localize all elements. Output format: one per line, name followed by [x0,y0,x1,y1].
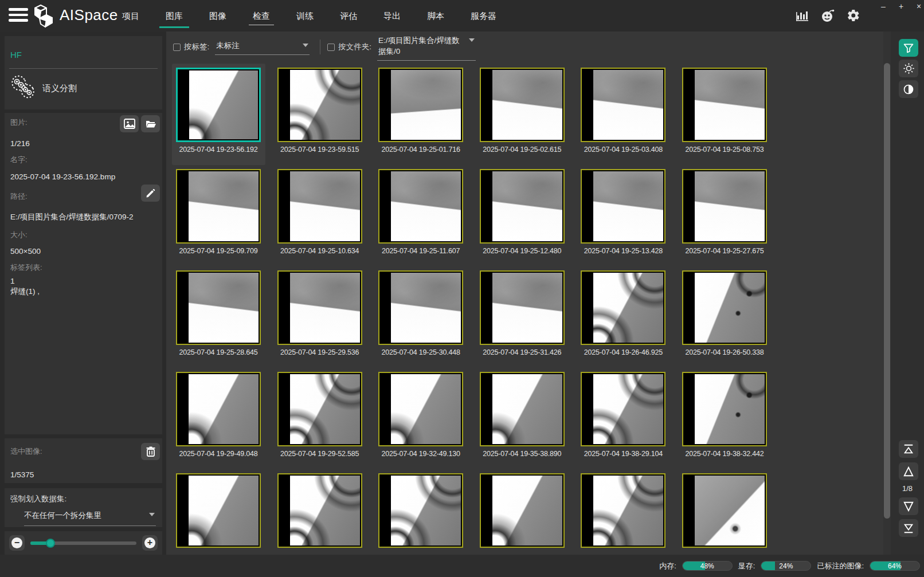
by-folder-checkbox[interactable] [327,44,335,51]
thumbnail-image[interactable] [581,473,665,548]
label-filter-dropdown[interactable]: 未标注 [215,39,310,55]
thumbnail-image[interactable] [480,270,565,345]
nav-tab[interactable]: 图像 [196,0,240,32]
thumbnail-image[interactable] [682,372,767,446]
last-page-button[interactable] [899,519,918,537]
hamburger-menu-icon[interactable] [9,8,28,23]
gallery-item[interactable]: 2025-07-04 19-29-52.585 [273,368,367,469]
thumbnail-image[interactable] [682,169,767,244]
thumbnail-image[interactable] [277,270,362,345]
nav-tab[interactable]: 项目 [109,0,152,32]
thumbnail-image[interactable] [277,169,362,244]
minimize-button[interactable]: – [879,1,888,11]
gallery-item[interactable]: 2025-07-04 19-23-59.515 [273,64,367,165]
maximize-button[interactable]: + [896,1,906,11]
previous-page-button[interactable] [899,462,918,480]
gallery-item[interactable] [172,469,265,555]
close-button[interactable]: × [914,1,923,11]
gallery-item[interactable]: 2025-07-04 19-25-10.634 [273,165,367,266]
thumbnail-image[interactable] [277,473,362,548]
nav-tab[interactable]: 训练 [283,0,327,32]
thumbnail-image[interactable] [581,270,665,345]
thumbnail-image[interactable] [176,372,261,446]
gallery-item[interactable]: 2025-07-04 19-25-08.753 [678,64,772,165]
gallery-item[interactable]: 2025-07-04 19-25-12.480 [476,165,569,266]
gallery-item[interactable]: 2025-07-04 19-26-46.925 [577,266,670,368]
thumbnail-image[interactable] [480,473,565,548]
nav-tab[interactable]: 检查 [240,0,283,32]
nav-tab[interactable]: 服务器 [457,0,510,32]
gallery-item[interactable]: 2025-07-04 19-25-27.675 [678,165,772,266]
image-tool-button[interactable] [120,115,139,132]
stats-chart-icon[interactable] [794,8,809,23]
vertical-scrollbar[interactable] [883,32,891,555]
gallery-item[interactable]: 2025-07-04 19-29-49.048 [172,368,265,469]
thumbnail-image[interactable] [480,169,565,244]
delete-selected-button[interactable] [141,443,160,460]
gallery-item[interactable]: 2025-07-04 19-35-38.890 [476,368,569,469]
thumbnail-image[interactable] [176,68,261,142]
nav-tab[interactable]: 导出 [370,0,414,32]
first-page-button[interactable] [899,440,918,458]
robot-icon[interactable] [820,8,835,23]
gallery-item[interactable]: 2025-07-04 19-25-11.607 [374,165,468,266]
thumbnail-image[interactable] [378,372,463,446]
gallery-item[interactable] [374,469,468,555]
thumbnail-image[interactable] [378,68,463,142]
gallery-item[interactable]: 2025-07-04 19-25-31.426 [476,266,569,368]
next-page-button[interactable] [899,497,918,515]
dataset-split-dropdown[interactable]: 不在任何一个拆分集里 [24,510,156,526]
gallery-item[interactable]: 2025-07-04 19-25-09.709 [172,165,265,266]
zoom-in-button[interactable]: + [142,535,158,551]
thumbnail-image[interactable] [682,473,767,548]
zoom-out-button[interactable]: − [9,535,25,551]
gallery-item[interactable] [273,469,367,555]
nav-tab[interactable]: 图库 [152,0,196,32]
gallery-item[interactable]: 2025-07-04 19-25-01.716 [374,64,468,165]
gallery-item[interactable]: 2025-07-04 19-25-28.645 [172,266,265,368]
mode-row[interactable]: 语义分割 [10,75,77,101]
thumbnail-image[interactable] [277,68,362,142]
gallery-item[interactable]: 2025-07-04 19-25-13.428 [577,165,670,266]
thumbnail-image[interactable] [277,372,362,446]
scrollbar-thumb[interactable] [884,63,890,519]
gallery-item[interactable] [678,469,772,555]
edit-path-button[interactable] [141,185,160,202]
thumbnail-image[interactable] [480,372,565,446]
thumbnail-size-slider[interactable] [30,541,136,545]
folder-filter-dropdown[interactable]: E:/项目图片集合/焊缝数据集/0 [377,34,476,61]
gallery-item[interactable]: 2025-07-04 19-25-03.408 [577,64,670,165]
gallery-item[interactable]: 2025-07-04 19-25-02.615 [476,64,569,165]
nav-tab[interactable]: 脚本 [414,0,457,32]
contrast-tool-button[interactable] [899,80,918,98]
project-name[interactable]: HF [10,50,22,60]
settings-gear-icon[interactable] [846,8,861,23]
thumbnail-image[interactable] [378,169,463,244]
thumbnail-image[interactable] [581,372,665,446]
gallery-item[interactable]: 2025-07-04 19-23-56.192 [172,64,265,165]
nav-tab[interactable]: 评估 [327,0,370,32]
brightness-tool-button[interactable] [899,60,918,77]
thumbnail-image[interactable] [378,270,463,345]
thumbnail-image[interactable] [581,169,665,244]
gallery-item[interactable]: 2025-07-04 19-38-29.104 [577,368,670,469]
open-folder-button[interactable] [141,115,160,132]
gallery-item[interactable]: 2025-07-04 19-38-32.442 [678,368,772,469]
slider-knob[interactable] [46,539,55,548]
thumbnail-image[interactable] [176,473,261,548]
gallery-item[interactable]: 2025-07-04 19-32-49.130 [374,368,468,469]
thumbnail-image[interactable] [480,68,565,142]
thumbnail-image[interactable] [176,169,261,244]
thumbnail-image[interactable] [176,270,261,345]
gallery-item[interactable]: 2025-07-04 19-25-29.536 [273,266,367,368]
gallery-item[interactable] [476,469,569,555]
filter-tool-button[interactable] [899,39,918,57]
thumbnail-image[interactable] [682,270,767,345]
thumbnail-image[interactable] [581,68,665,142]
gallery-item[interactable]: 2025-07-04 19-25-30.448 [374,266,468,368]
thumbnail-image[interactable] [682,68,767,142]
gallery-item[interactable] [577,469,670,555]
thumbnail-image[interactable] [378,473,463,548]
by-label-checkbox[interactable] [173,44,181,51]
gallery-item[interactable]: 2025-07-04 19-26-50.338 [678,266,772,368]
